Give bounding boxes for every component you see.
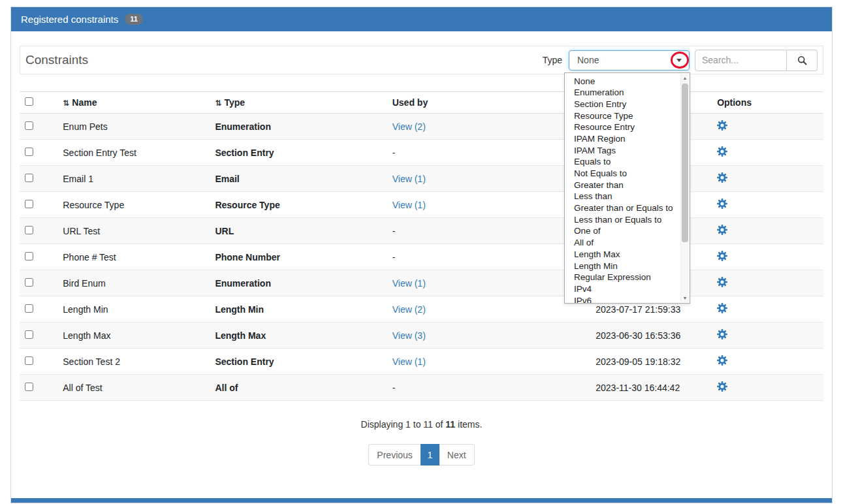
cell-type: Length Min [210,296,387,323]
type-dropdown-option[interactable]: One of [565,225,690,237]
pagination-next[interactable]: Next [439,444,475,465]
count-badge: 11 [125,14,143,25]
gear-icon[interactable] [717,225,727,235]
type-dropdown-option[interactable]: Not Equals to [565,168,690,180]
type-dropdown-option[interactable]: Resource Type [565,110,690,122]
table-row: Resource Type Resource Type View (1) [20,192,823,218]
cell-options [712,375,823,401]
type-dropdown-option[interactable]: IPv6 [565,295,690,304]
row-checkbox[interactable] [25,200,33,208]
row-checkbox[interactable] [25,121,33,130]
toolbar: Constraints Type None NoneEnumerationSec… [20,46,823,74]
cell-updated: 2023-06-30 16:53:36 [590,323,712,349]
used-by-link[interactable]: View (1) [392,356,426,367]
type-dropdown-option[interactable]: Regular Expression [565,272,690,283]
used-by-link[interactable]: View (2) [392,121,426,132]
type-dropdown-option[interactable]: Section Entry [565,99,690,110]
cell-name: Email 1 [57,166,210,192]
gear-icon[interactable] [717,198,727,209]
scroll-down-icon[interactable]: ▼ [681,294,689,302]
table-row: Length Min Length Min View (2) 2023-07-1… [20,296,823,323]
gear-icon[interactable] [717,381,727,392]
table-row: Bird Enum Enumeration View (1) [20,270,823,296]
type-dropdown-option[interactable]: Equals to [565,156,690,168]
used-by-link[interactable]: View (3) [392,330,426,341]
used-by-link[interactable]: View (1) [392,200,426,210]
type-dropdown-option[interactable]: All of [565,237,690,249]
cell-type: Enumeration [210,270,387,296]
row-checkbox[interactable] [25,383,33,391]
type-dropdown-option[interactable]: Greater than or Equals to [565,202,690,214]
row-checkbox-cell [20,244,57,270]
gear-icon[interactable] [717,355,727,366]
used-by-link[interactable]: View (1) [392,278,426,289]
pagination-previous[interactable]: Previous [368,444,420,465]
card-header: Registered constraints 11 [11,7,832,31]
row-checkbox-cell [20,323,57,349]
gear-icon[interactable] [717,277,727,287]
row-checkbox-cell [20,192,57,218]
gear-icon[interactable] [717,172,727,183]
gear-icon[interactable] [717,120,727,131]
row-checkbox-cell [20,296,57,323]
type-dropdown-option[interactable]: Length Max [565,249,690,260]
gear-icon[interactable] [717,303,727,313]
select-all-checkbox[interactable] [25,97,33,106]
type-dropdown-option[interactable]: Resource Entry [565,121,690,133]
header-used-by: Used by [387,92,591,114]
gear-icon[interactable] [717,251,727,261]
type-dropdown-option[interactable]: Less than [565,191,690,202]
row-checkbox[interactable] [25,304,33,313]
type-select-wrap: None NoneEnumerationSection EntryResourc… [569,50,690,71]
cell-name: Bird Enum [57,270,210,296]
type-dropdown-option[interactable]: Less than or Equals to [565,214,690,226]
cell-options [712,270,823,296]
table-header-row: ⇅Name ⇅Type Used by Options [20,92,823,114]
used-by-link[interactable]: View (2) [392,304,426,315]
display-info: Displaying 1 to 11 of 11 items. [20,419,823,430]
type-select-value: None [577,55,599,65]
row-checkbox[interactable] [25,174,33,182]
header-type[interactable]: ⇅Type [210,92,387,114]
type-dropdown-option[interactable]: Enumeration [565,87,690,99]
scrollbar-thumb[interactable] [682,84,688,242]
cell-name: Section Entry Test [57,140,210,166]
scroll-up-icon[interactable]: ▲ [681,74,689,82]
row-checkbox[interactable] [25,278,33,287]
cell-options [712,244,823,270]
type-dropdown-option[interactable]: None [565,76,690,87]
type-select[interactable]: None [569,50,690,71]
type-dropdown-option[interactable]: IPAM Tags [565,145,690,157]
row-checkbox[interactable] [25,148,33,156]
dropdown-scrollbar[interactable]: ▲ ▼ [680,74,689,302]
row-checkbox[interactable] [25,356,33,365]
row-checkbox[interactable] [25,226,33,234]
type-dropdown-option[interactable]: Length Min [565,260,690,272]
gear-icon[interactable] [717,146,727,157]
row-checkbox[interactable] [25,252,33,260]
search-button[interactable] [787,50,818,71]
row-checkbox-cell [20,166,57,192]
pagination-page-1[interactable]: 1 [421,444,439,465]
items-total: 11 [445,419,455,430]
cell-type: Section Entry [210,140,387,166]
cell-type: Enumeration [210,114,387,140]
cell-used-by: - [392,226,396,236]
sort-icon: ⇅ [215,99,221,108]
used-by-link[interactable]: View (1) [392,174,426,184]
type-dropdown-option[interactable]: Greater than [565,180,690,191]
cell-type: URL [210,218,387,244]
header-name[interactable]: ⇅Name [57,92,210,114]
row-checkbox-cell [20,218,57,244]
toolbar-controls: Type None NoneEnumerationSection EntryRe… [543,50,818,71]
type-dropdown-option[interactable]: IPAM Region [565,133,690,145]
row-checkbox[interactable] [25,330,33,339]
gear-icon[interactable] [717,329,727,339]
cell-options [712,218,823,244]
sort-icon: ⇅ [63,99,69,108]
cell-name: Length Max [57,323,210,349]
row-checkbox-cell [20,375,57,401]
type-dropdown-option[interactable]: IPv4 [565,283,690,295]
page-title: Registered constraints [21,14,118,25]
search-input[interactable] [695,50,787,71]
